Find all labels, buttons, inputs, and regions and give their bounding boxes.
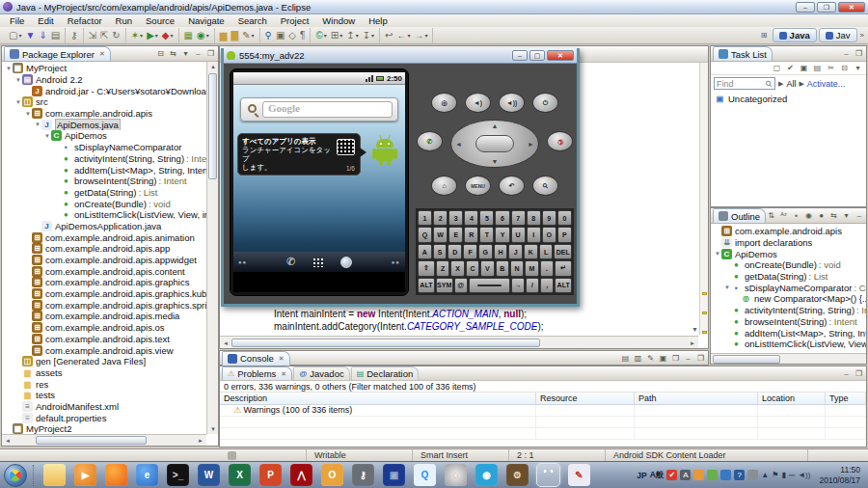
package-explorer-item[interactable]: ⊞com.example.android.apis.appwidget: [2, 255, 206, 266]
minimize-view-icon[interactable]: ‒: [841, 49, 852, 58]
filter-icon[interactable]: ✂: [826, 64, 836, 72]
tab-javadoc[interactable]: @Javadoc: [293, 366, 350, 380]
outline-item[interactable]: ▼▪sDisplayNameComparator : Compara: [711, 282, 866, 293]
toolbar-print-button[interactable]: ▤: [49, 28, 62, 42]
minimize-view-icon[interactable]: ‒: [683, 354, 693, 363]
key-1[interactable]: 1: [418, 210, 432, 226]
outline-item[interactable]: ▼CApiDemos: [711, 248, 866, 259]
toolbar-secure-storage-button[interactable]: ⚷: [68, 28, 79, 42]
toolbar-android-sdk-button[interactable]: ▦: [182, 28, 195, 42]
scroll-down-icon[interactable]: ▼: [207, 424, 219, 434]
toolbar-annotate-button[interactable]: ✎▾: [240, 28, 256, 42]
toolbar-profile-button[interactable]: ◆▾: [160, 28, 176, 42]
find-input[interactable]: Find ⚲: [714, 77, 775, 90]
perspective-tab-java[interactable]: Java: [773, 28, 817, 42]
mark-complete-icon[interactable]: ✔: [785, 64, 796, 72]
package-explorer-item[interactable]: ●onListItemClick(ListView, View, int, lo…: [2, 209, 206, 221]
toolbar-open-folder-button[interactable]: ▆: [218, 28, 230, 42]
help-icon[interactable]: ?: [734, 470, 745, 480]
key-j[interactable]: J: [508, 244, 523, 259]
link-editor-icon[interactable]: ⇆: [828, 211, 839, 220]
key-→[interactable]: →: [511, 278, 525, 293]
media-center-icon[interactable]: ◉: [475, 464, 498, 486]
scroll-left-icon[interactable]: ◄: [220, 339, 231, 348]
package-explorer-item[interactable]: ●onCreate(Bundle) : void: [2, 198, 206, 209]
dpad[interactable]: ▲ ▼ ◄ ►: [450, 120, 539, 168]
categorized-icon[interactable]: ▣: [799, 64, 809, 72]
phone-screen[interactable]: 2:50 Google すべてのアプリの表示 ランチャーアイコンをタップ します…: [233, 72, 405, 292]
key-w[interactable]: W: [433, 227, 448, 242]
key-del[interactable]: DEL: [554, 244, 572, 259]
key-k[interactable]: K: [524, 244, 538, 259]
start-button[interactable]: [4, 464, 27, 487]
scroll-lock-icon[interactable]: ▥: [633, 354, 643, 363]
pin-console-icon[interactable]: ✎: [645, 354, 656, 363]
display-console-icon[interactable]: ▣: [658, 354, 668, 363]
toolbar-open-file-button[interactable]: ▇: [229, 28, 240, 42]
overview-ruler[interactable]: [699, 63, 708, 335]
open-console-icon[interactable]: ❒: [670, 354, 681, 363]
toolbar-last-edit-button[interactable]: ↩: [383, 28, 394, 42]
outline-item[interactable]: ●onCreate(Bundle) : void: [711, 259, 866, 271]
outline-item[interactable]: ●activityIntent(String, String) : Intent: [711, 305, 866, 316]
key-r[interactable]: R: [464, 227, 478, 242]
key-alt[interactable]: ALT: [418, 278, 435, 293]
toolbar-toggle-mark-button[interactable]: ▣: [274, 28, 286, 42]
sort-icon[interactable]: ᴬᶻ: [778, 211, 789, 220]
outline-hscrollbar[interactable]: [711, 353, 866, 364]
package-explorer-item[interactable]: ⊞com.example.android.apis.graphics.sprit…: [2, 299, 206, 311]
key-5[interactable]: 5: [479, 210, 494, 226]
package-explorer-item[interactable]: Jandroid.jar - C:¥Users¥sotaro¥Downloads…: [2, 85, 206, 96]
toolbar-open-type-button[interactable]: ◇: [286, 28, 298, 42]
key-h[interactable]: H: [494, 244, 508, 259]
toolbar-back-button[interactable]: ←▾: [394, 28, 412, 42]
package-explorer-item[interactable]: ▆res: [2, 378, 206, 390]
code-line[interactable]: mainIntent.addCategory(Intent.CATEGORY_S…: [274, 321, 544, 334]
activate-link[interactable]: Activate...: [807, 79, 846, 89]
outline-item[interactable]: ⊞com.example.android.apis: [711, 226, 866, 237]
volume-down-button[interactable]: ◄): [465, 93, 491, 113]
menu-file[interactable]: File: [3, 15, 31, 26]
warning-marker-icon[interactable]: [702, 312, 707, 314]
twisty-icon[interactable]: ▼: [714, 251, 721, 257]
explorer-icon[interactable]: [43, 464, 66, 486]
key-n[interactable]: N: [510, 260, 524, 276]
key-y[interactable]: Y: [495, 227, 509, 242]
key-i[interactable]: I: [527, 227, 541, 242]
key-a[interactable]: A: [418, 244, 432, 259]
maximize-view-icon[interactable]: ❐: [205, 49, 216, 58]
android-emulator-icon[interactable]: [537, 464, 559, 486]
outline-item[interactable]: ◎new Comparator<Map>() {...}: [711, 293, 866, 305]
camera-button[interactable]: ◎: [431, 93, 457, 113]
key-.[interactable]: .: [540, 260, 554, 276]
key-u[interactable]: U: [511, 227, 526, 242]
twisty-icon[interactable]: ▼: [43, 133, 51, 139]
clear-console-icon[interactable]: ▤: [620, 354, 631, 363]
minimize-view-icon[interactable]: ‒: [193, 49, 203, 58]
person-icon[interactable]: A: [680, 470, 691, 480]
warning-marker-icon[interactable]: [702, 292, 707, 295]
key-⇧[interactable]: ⇧: [418, 260, 435, 276]
dpad-right-icon[interactable]: ►: [528, 141, 534, 148]
twisty-icon[interactable]: ▼: [24, 111, 32, 117]
view-menu-icon[interactable]: ▾: [853, 64, 863, 72]
ime-language-indicator[interactable]: JP: [637, 471, 646, 480]
new-task-icon[interactable]: ▢: [772, 64, 782, 72]
package-explorer-item[interactable]: ▆tests: [2, 390, 206, 401]
taskbar-clock[interactable]: 11:50 2010/08/17: [813, 465, 864, 484]
scroll-up-icon[interactable]: ▲: [207, 62, 219, 71]
column-header-resource[interactable]: Resource: [536, 393, 635, 404]
task-list-item[interactable]: ▣Uncategorized: [715, 94, 866, 105]
minimize-view-icon[interactable]: ‒: [854, 211, 864, 220]
outlook-icon[interactable]: O: [321, 464, 343, 486]
key-l[interactable]: L: [539, 244, 554, 259]
package-explorer-item[interactable]: ⊞com.example.android.apis.media: [2, 311, 206, 322]
menu-source[interactable]: Source: [139, 15, 181, 26]
up-arrow-icon[interactable]: ▲: [761, 470, 769, 480]
toolbar-search-button[interactable]: ⚲: [263, 28, 274, 42]
power-button[interactable]: ⏻: [532, 93, 558, 113]
focus-icon[interactable]: ⇅: [766, 211, 776, 220]
tab-close-icon[interactable]: ✕: [279, 355, 285, 363]
maximize-view-icon[interactable]: ❐: [854, 369, 864, 378]
toolbar-export-button[interactable]: ⇱: [98, 28, 110, 42]
